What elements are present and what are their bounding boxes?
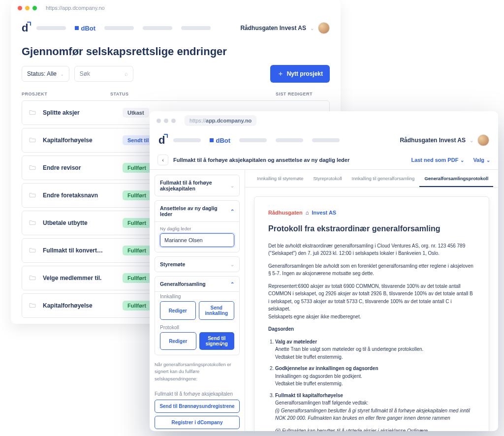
accordion-fullmakt: Fullmakt til å forhøye aksjekapitalen⌄ xyxy=(155,175,240,196)
col-last-edited: SIST REDIGERT xyxy=(276,92,330,96)
subheader: ‹ Fullmakt til å forhøye aksjekapitalen … xyxy=(150,151,498,170)
status-badge: Fullført xyxy=(123,190,151,200)
chevron-up-icon: ⌃ xyxy=(230,209,234,214)
folder-icon xyxy=(29,136,36,144)
chevron-down-icon: ⌄ xyxy=(60,71,64,77)
folder-icon xyxy=(29,219,36,227)
chevron-down-icon: ⌄ xyxy=(470,138,473,143)
folder-icon xyxy=(29,164,36,172)
search-input[interactable]: Søk ⌕ xyxy=(74,66,133,82)
back-button[interactable]: ‹ xyxy=(158,155,168,165)
status-badge: Utkast xyxy=(123,108,149,118)
url: https://app.dcompany.no xyxy=(46,5,105,11)
accordion-generalforsamling: Generalforsamling⌃ Innkalling Rediger Se… xyxy=(155,276,240,355)
project-name: Kapitalforhøyelse xyxy=(43,302,116,309)
section-label: Protokoll xyxy=(160,325,234,330)
plus-icon: ＋ xyxy=(277,69,284,78)
rediger-protokoll-button[interactable]: Rediger xyxy=(160,332,196,350)
side-note: Når generalforsamlingsprotokollen er sig… xyxy=(155,361,240,382)
url: https://app.dcompany.no xyxy=(185,115,256,126)
status-badge: Fullført xyxy=(123,163,151,173)
document-paragraph: Representert:6900 aksjer av totalt 6900 … xyxy=(268,282,475,321)
status-badge: Fullført xyxy=(123,273,151,283)
document-paragraph: Det ble avholdt ekstraordinær generalfor… xyxy=(268,242,475,257)
traffic-lights xyxy=(18,6,37,10)
breadcrumb: Fullmakt til å forhøye aksjekapitalen og… xyxy=(173,157,349,163)
project-name: Utbetale utbytte xyxy=(43,219,116,226)
titlebar: https://app.dcompany.no xyxy=(11,0,341,16)
folder-icon xyxy=(29,191,36,199)
accordion-toggle[interactable]: Styremøte⌄ xyxy=(155,257,239,272)
col-status: STATUS xyxy=(110,92,209,96)
titlebar-front: https://app.dcompany.no xyxy=(150,111,498,130)
document-org: Rådhusgaten ⌂ Invest AS xyxy=(268,209,475,217)
tabs: Innkalling til styremøteStyreprotokollIn… xyxy=(245,170,498,187)
nav-placeholder xyxy=(181,26,211,30)
accordion-toggle[interactable]: Generalforsamling⌃ xyxy=(155,277,239,291)
logo[interactable]: d xyxy=(158,134,164,147)
project-name: Kapitalforhøyelse xyxy=(43,137,116,144)
avatar[interactable] xyxy=(477,134,489,146)
section-label: Innkalling xyxy=(160,294,234,299)
tab[interactable]: Generalforsamlingsprotokoll xyxy=(419,170,493,187)
accordion-toggle[interactable]: Fullmakt til å forhøye aksjekapitalen⌄ xyxy=(155,175,239,196)
org-selector[interactable]: Rådhusgaten Invest AS ⌄ xyxy=(400,134,489,146)
nav-placeholder xyxy=(173,138,201,142)
project-name: Splitte aksjer xyxy=(43,109,116,116)
tab[interactable]: Innkalling til generalforsamling xyxy=(347,170,420,187)
nav-placeholder xyxy=(104,26,134,30)
agenda-list: Valg av møtelederAnette Tran ble valgt s… xyxy=(275,338,475,431)
download-pdf-button[interactable]: Last ned som PDF ⌄ xyxy=(411,157,464,163)
field-label: Ny daglig leder xyxy=(160,226,234,231)
folder-icon xyxy=(29,302,36,310)
accordion-toggle[interactable]: Ansettelse av ny daglig leder⌃ xyxy=(155,201,239,221)
project-name: Endre foretaksnavn xyxy=(43,192,116,199)
send-brreg-button[interactable]: Send til Brønnøysundregistrene xyxy=(155,400,240,413)
folder-icon xyxy=(29,247,36,254)
tab[interactable]: Styreprotokoll xyxy=(309,170,347,187)
send-signering-button[interactable]: Send til signering xyxy=(199,332,235,350)
nav-placeholder xyxy=(143,26,172,30)
nav-dbot[interactable]: dBot xyxy=(75,25,95,32)
org-name: Rådhusgaten Invest AS xyxy=(400,137,466,144)
document-title: Protokoll fra ekstraordinær generalforsa… xyxy=(268,223,475,235)
col-project: PROSJEKT xyxy=(22,92,110,96)
nav-dbot[interactable]: dBot xyxy=(210,137,230,144)
cursor-icon xyxy=(218,342,226,350)
columns-header: PROSJEKT STATUS SIST REDIGERT xyxy=(11,83,341,100)
folder-icon xyxy=(29,109,36,117)
status-filter[interactable]: Status: Alle ⌄ xyxy=(22,66,69,82)
daglig-leder-input[interactable] xyxy=(160,233,234,247)
accordion-ansettelse: Ansettelse av ny daglig leder⌃ Ny daglig… xyxy=(155,200,240,252)
document-paper: Rådhusgaten ⌂ Invest AS Protokoll fra ek… xyxy=(254,196,489,431)
logo[interactable]: d xyxy=(22,22,28,34)
tab[interactable]: Innkalling til styremøte xyxy=(252,170,309,187)
status-badge: Fullført xyxy=(123,246,151,255)
accordion-styremote: Styremøte⌄ xyxy=(155,256,240,272)
org-selector[interactable]: Rådhusgaten Invest AS ⌄ xyxy=(240,22,330,34)
register-dcompany-button[interactable]: Registrer i dCompany xyxy=(155,416,240,429)
options-dropdown[interactable]: Valg ⌄ xyxy=(473,157,490,163)
chevron-down-icon: ⌄ xyxy=(230,183,234,188)
side-panel: Fullmakt til å forhøye aksjekapitalen⌄ A… xyxy=(150,170,245,431)
page-title: Gjennomfør selskapsrettslige endringer xyxy=(22,45,330,58)
project-name: Endre revisor xyxy=(43,164,116,171)
chevron-up-icon: ⌃ xyxy=(230,281,234,287)
chevron-down-icon: ⌄ xyxy=(310,26,314,31)
front-window: https://app.dcompany.no d dBot Rådhusgat… xyxy=(150,111,498,431)
nav-placeholder xyxy=(36,26,66,30)
org-name: Rådhusgaten Invest AS xyxy=(240,25,306,31)
status-badge: Fullført xyxy=(123,301,151,311)
search-placeholder: Søk xyxy=(80,70,90,77)
document-paragraph: Generalforsamlingen ble avholdt som en f… xyxy=(268,262,475,278)
status-badge: Fullført xyxy=(123,218,151,228)
new-project-button[interactable]: ＋ Nytt prosjekt xyxy=(270,65,330,83)
avatar[interactable] xyxy=(318,22,330,34)
project-name: Fullmakt til konvert… xyxy=(43,247,116,254)
document-heading: Dagsorden xyxy=(268,325,475,333)
send-innkalling-button[interactable]: Send innkalling xyxy=(199,301,235,320)
document-area: Innkalling til styremøteStyreprotokollIn… xyxy=(245,170,498,431)
rediger-button[interactable]: Rediger xyxy=(160,301,196,320)
search-icon: ⌕ xyxy=(125,70,128,77)
chevron-down-icon: ⌄ xyxy=(230,262,234,267)
